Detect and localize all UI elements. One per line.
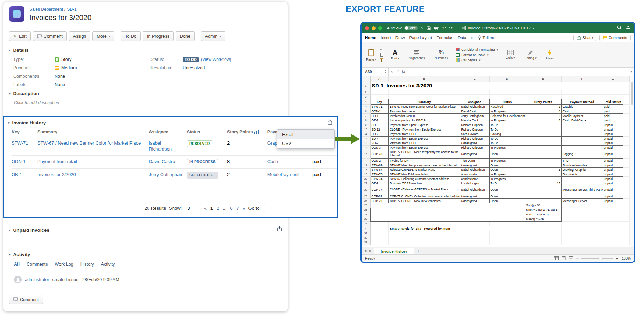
empty-cell[interactable] — [561, 212, 603, 217]
empty-cell[interactable] — [603, 231, 623, 236]
assignee-link[interactable]: Jerry Cottingham — [149, 172, 183, 177]
add-sheet-button[interactable]: + — [417, 248, 420, 254]
cell-paid[interactable]: unpaid — [603, 145, 623, 150]
more-button[interactable]: More▾ — [92, 31, 114, 41]
cell-key[interactable]: SD-4 — [370, 136, 388, 141]
cell-points[interactable]: 5 — [525, 118, 561, 122]
issue-key-link[interactable]: STW-71 — [12, 140, 28, 146]
cell-points[interactable] — [525, 158, 561, 163]
formula-bar-expand-icon[interactable]: ▾ — [630, 70, 632, 74]
row-header-15[interactable]: 15 — [362, 150, 370, 158]
zoom-in-button[interactable]: + — [616, 256, 618, 261]
cell-assignee[interactable]: Unassigned — [460, 141, 489, 145]
cell-payment[interactable] — [561, 132, 603, 136]
maximize-window-button[interactable] — [378, 26, 382, 30]
cell-summary[interactable]: Payment from retail — [388, 109, 460, 113]
font-button[interactable]: A Font▾ — [389, 44, 401, 66]
document-title[interactable]: Invoice History-2020-09-18-191017 ▾ — [461, 26, 534, 30]
cell-paid[interactable]: unpaid — [603, 122, 623, 127]
cell-points[interactable] — [525, 198, 561, 203]
cell-summary[interactable]: STW-67 Need temporary vm access to the I… — [388, 163, 460, 167]
row-header-26[interactable]: 26 — [362, 208, 370, 212]
table-header-cell[interactable]: Assignee — [460, 99, 489, 104]
stat-cell[interactable]: Max() = 13 (OZ-2) — [525, 212, 561, 217]
empty-cell[interactable] — [460, 94, 489, 99]
cell-paid[interactable]: unpaid — [603, 198, 623, 203]
issue-summary-link[interactable]: Payment from retail — [37, 159, 77, 164]
cell-summary[interactable]: STW-67 New DA4 templates — [388, 172, 460, 176]
cell-status[interactable]: In Progress — [489, 145, 525, 150]
payment-method-link[interactable]: MobilePayment — [267, 172, 299, 177]
account-icon[interactable] — [626, 25, 631, 31]
export-option-csv[interactable]: CSV — [277, 139, 334, 148]
row-header-31[interactable]: 31 — [362, 231, 370, 236]
table-header-cell[interactable]: Summary — [388, 99, 460, 104]
activity-tab-all[interactable]: All — [14, 262, 20, 267]
empty-cell[interactable] — [561, 226, 603, 231]
cell-payment[interactable] — [561, 145, 603, 150]
tell-me-button[interactable]: Tell me — [478, 35, 495, 40]
empty-cell[interactable] — [388, 236, 460, 240]
row-header-12[interactable]: 12 — [362, 136, 370, 141]
empty-cell[interactable] — [525, 221, 561, 226]
cell-assignee[interactable]: Isabel Richardson — [460, 167, 489, 172]
table-header-cell[interactable]: Status — [489, 99, 525, 104]
cell-assignee[interactable]: adminstrator — [460, 176, 489, 181]
format-painter-icon[interactable] — [380, 58, 383, 62]
cell-status[interactable]: Open — [489, 194, 525, 198]
cell-summary[interactable]: COP-77 CLONE - New DA4 templates — [388, 198, 460, 203]
empty-cell[interactable] — [603, 236, 623, 240]
cell-status[interactable]: To Do — [489, 181, 525, 186]
ribbon-overflow-icon[interactable]: » — [471, 36, 473, 40]
column-header-d[interactable]: D — [489, 76, 525, 82]
empty-cell[interactable] — [460, 231, 489, 236]
cell-status[interactable]: Open — [489, 163, 525, 167]
empty-cell[interactable] — [370, 94, 388, 99]
close-window-button[interactable] — [365, 26, 369, 30]
activity-tab-comments[interactable]: Comments — [27, 262, 48, 267]
cell-points[interactable] — [525, 194, 561, 198]
cell-payment[interactable]: Graphic — [561, 104, 603, 109]
cell-status[interactable]: Open — [489, 198, 525, 203]
cells-button[interactable]: Cells▾ — [504, 44, 517, 66]
empty-cell[interactable] — [370, 236, 388, 240]
goto-page-input[interactable] — [264, 204, 284, 212]
column-header-g[interactable]: G — [603, 76, 623, 82]
payment-method-link[interactable]: Cash — [267, 159, 278, 164]
cancel-icon[interactable]: × — [391, 70, 393, 74]
cell-paid[interactable]: unpaid — [603, 158, 623, 163]
row-header-16[interactable]: 16 — [362, 158, 370, 163]
cell-payment[interactable] — [561, 127, 603, 132]
empty-cell[interactable] — [603, 94, 623, 99]
cell-status[interactable]: In Progress — [489, 158, 525, 163]
cell-payment[interactable]: TPD — [561, 158, 603, 163]
column-header-c[interactable]: C — [460, 76, 489, 82]
cell-status[interactable]: Open — [489, 167, 525, 172]
empty-cell[interactable] — [370, 226, 388, 231]
formula-input[interactable] — [407, 68, 628, 76]
save-icon[interactable] — [427, 26, 431, 30]
empty-cell[interactable] — [370, 240, 388, 245]
empty-cell[interactable] — [388, 240, 460, 245]
stat-cell[interactable]: Sum() = 35 — [525, 203, 561, 208]
cell-assignee[interactable]: Unassigned — [460, 194, 489, 198]
cell-paid[interactable]: unpaid — [603, 194, 623, 198]
cell-assignee[interactable]: Lucille Hogan — [460, 181, 489, 186]
cell-points[interactable]: 5 — [525, 167, 561, 172]
cell-status[interactable]: In Progress — [489, 109, 525, 113]
issue-key-link[interactable]: ODN-1 — [12, 159, 26, 164]
column-header-b[interactable]: B — [388, 76, 460, 82]
empty-cell[interactable] — [388, 94, 460, 99]
cell-paid[interactable]: unpaid — [603, 167, 623, 172]
share-button[interactable]: Share — [573, 35, 596, 41]
ribbon-tab-insert[interactable]: Insert — [381, 36, 391, 40]
cell-key[interactable]: OB-2 — [370, 132, 388, 136]
column-header-e[interactable]: E — [525, 76, 561, 82]
empty-cell[interactable] — [525, 226, 561, 231]
sheet-next-icon[interactable]: ▶ — [369, 249, 371, 252]
empty-cell[interactable] — [603, 221, 623, 226]
copy-icon[interactable] — [380, 53, 383, 57]
next-page-link[interactable]: » — [243, 205, 245, 211]
empty-cell[interactable] — [525, 94, 561, 99]
cell-status[interactable]: To Do — [489, 141, 525, 145]
